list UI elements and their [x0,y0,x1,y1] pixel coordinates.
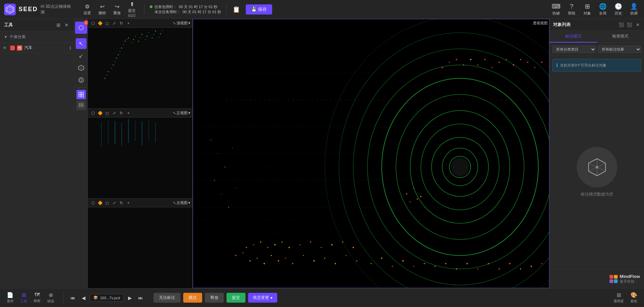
coloring-button[interactable]: 🎨 着色 [628,290,640,305]
keyboard-button[interactable]: ⌨ 热键 [549,1,564,17]
lv-expand-icon[interactable]: ⤢ [111,200,117,206]
select-tool-button[interactable]: ↖ [76,38,87,49]
nav-prev-button[interactable]: ◀ [79,293,88,303]
svg-point-106 [435,266,436,267]
release-button[interactable]: 释放 [205,293,224,303]
svg-marker-7 [18,47,21,49]
redo-button[interactable]: ↪ 重做 [110,2,124,17]
close-right-panel-icon[interactable]: ✕ [635,22,641,28]
help-button[interactable]: ? 帮助 [564,2,579,17]
brand-sq-blue [614,279,618,283]
active-tool-button[interactable]: ⬡ 1 [75,22,87,34]
sphere-tool-button[interactable] [76,75,87,85]
result-filter-select[interactable]: 所有标注结果 [598,46,642,53]
lv-refresh-icon[interactable]: ↻ [118,200,124,206]
fv-box-icon[interactable]: ◻ [104,110,110,116]
tab-tools[interactable]: ⊞ 工具 [18,290,30,305]
top-view-canvas[interactable] [88,28,192,108]
fv-add-icon[interactable]: + [125,110,132,116]
nav-next-button[interactable]: ▶ [125,293,135,303]
fv-sphere-icon[interactable]: 🔶 [97,110,103,116]
fv-expand-icon: ⤡ [173,111,176,115]
tv-cube-icon[interactable]: ⬡ [90,20,96,26]
object-list-item[interactable]: 👁 汽车 1 [0,43,74,53]
front-view-label-btn[interactable]: ⤡ 正视图 ▾ [173,110,190,116]
lv-cube-icon[interactable]: ⬡ [90,200,96,206]
coloring-icon: 🎨 [630,292,637,298]
undo-button[interactable]: ↩ 撤销 [95,2,109,17]
status-change-button[interactable]: 状态变更 ▾ [248,293,277,303]
svg-point-115 [530,265,532,267]
settings-button[interactable]: ⚙ 设置 [80,2,94,17]
corner-tool-button[interactable]: ↙ [76,50,87,61]
clipboard-button[interactable]: 📋 [230,4,243,15]
transparency-button[interactable]: ⊞ 透明度 [611,290,626,305]
list-tool-button[interactable] [76,101,86,110]
eye-icon[interactable]: 👁 [3,46,8,50]
svg-point-131 [449,62,450,63]
category-header[interactable]: ▼ 个体分类 [0,31,74,43]
svg-point-133 [463,65,464,66]
svg-point-113 [509,263,510,264]
lv-box-icon[interactable]: ◻ [104,200,110,206]
svg-point-93 [292,263,293,264]
3d-tool-button[interactable] [76,62,87,73]
main-3d-view[interactable]: 透视视图 [193,19,549,288]
svg-point-100 [371,263,372,264]
tv-expand-icon[interactable]: ⤢ [111,20,117,26]
tab-requirements[interactable]: 📄 需求 [4,290,16,305]
svg-point-79 [299,244,300,245]
svg-point-83 [342,241,343,242]
svg-rect-19 [79,103,83,105]
nav-first-button[interactable]: ⏮ [68,293,77,303]
no-label-button[interactable]: 无法标注 [153,293,181,303]
save-button[interactable]: 💾 保存 [246,4,272,15]
top-view-label-btn[interactable]: ⤡ 顶视图 ▾ [173,21,190,26]
filter-row: 所有分类类目 所有标注结果 [550,43,644,56]
tv-sphere-icon[interactable]: 🔶 [97,20,103,26]
right-panel: 对象列表 ⬛ ⬛ ✕ 标注模式 检查模式 所有分类类目 所有标注结果 [549,19,644,288]
collab-button[interactable]: 👤 协调 [626,1,641,17]
front-view-canvas[interactable] [88,118,192,198]
submit-button-header[interactable]: ⬆ 提交 0/2/2 [125,0,139,19]
global-button[interactable]: 🌐 全局 [595,1,610,17]
tab-errors[interactable]: ⊗ 错误 [45,290,57,305]
rp-icon-2[interactable]: ⬛ [626,22,633,28]
svg-point-109 [467,263,468,264]
fv-refresh-icon[interactable]: ↻ [118,110,124,116]
tv-refresh-icon[interactable]: ↻ [118,20,124,26]
fv-expand-icon[interactable]: ⤢ [111,110,117,116]
tab-check-mode[interactable]: 检查模式 [597,31,644,43]
left-view-label-btn[interactable]: ⤡ 左视图 ▾ [173,200,190,205]
svg-point-25 [121,48,122,49]
tab-label-mode[interactable]: 标注模式 [550,31,597,43]
skip-button[interactable]: 跳过 [183,293,202,303]
svg-point-23 [125,41,126,42]
lv-sphere-icon[interactable]: 🔶 [97,200,103,206]
left-view-canvas[interactable] [88,207,192,288]
copy-panel-icon[interactable]: ⊞ [55,22,62,28]
nav-last-button[interactable]: ⏭ [136,293,145,303]
svg-point-111 [488,263,489,264]
object-button[interactable]: ⊞ 对象 [580,1,595,17]
left-view-panel: ⬡ 🔶 ◻ ⤢ ↻ + ⤡ 左视图 ▾ [88,199,192,288]
group-tool-button[interactable] [76,90,86,99]
category-filter-select[interactable]: 所有分类类目 [552,46,596,53]
history-button[interactable]: 🕒 历史 [611,1,626,17]
rp-icon-1[interactable]: ⬛ [618,22,624,28]
close-panel-icon[interactable]: ✕ [63,22,70,28]
submit-bottom-button[interactable]: 提交 [226,293,245,303]
help-icon: ? [570,3,573,10]
tv-box-icon[interactable]: ◻ [104,20,110,26]
svg-point-142 [527,61,528,63]
tv-add-icon[interactable]: + [125,20,132,26]
view-expand-icon: ⤡ [173,21,176,25]
lv-add-icon[interactable]: + [125,200,132,206]
fv-cube-icon[interactable]: ⬡ [90,110,96,116]
seed-logo-icon [4,3,16,16]
tab-mapping[interactable]: 🗺 映射 [31,290,43,305]
svg-point-37 [155,31,156,32]
svg-point-92 [285,258,286,259]
svg-point-86 [242,252,243,253]
brand-logo: MindFlow 曼孚科技 [610,274,640,284]
